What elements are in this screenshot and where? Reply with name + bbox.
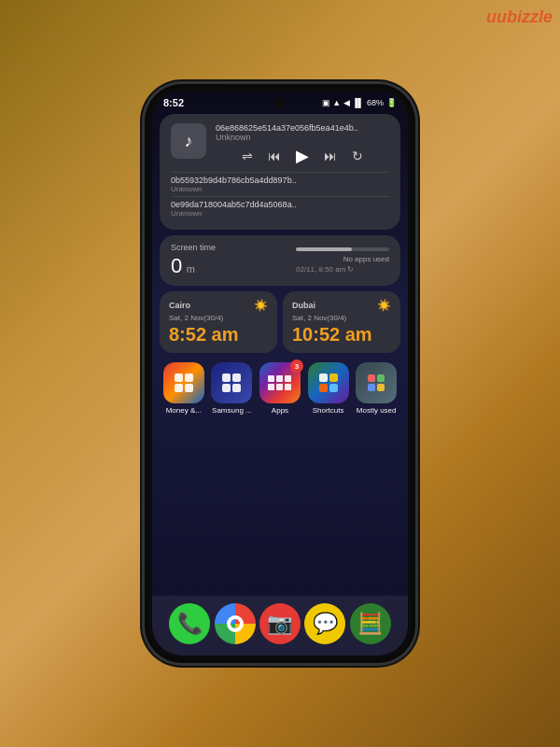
phone-frame: 8:52 ▣ ▲ ◀ ▐▌ 68% 🔋 ♪ 06e868625e514a37e0… xyxy=(145,84,415,663)
track-item-3[interactable]: 0e99da718004ab5c7dd4a5068a.. Unknown xyxy=(171,196,389,220)
prev-button[interactable]: ⏮ xyxy=(268,148,281,163)
music-card: ♪ 06e868625e514a37e056fb5ea41e4b.. Unkno… xyxy=(160,114,400,230)
current-artist: Unknown xyxy=(216,133,389,142)
phone-screen: 8:52 ▣ ▲ ◀ ▐▌ 68% 🔋 ♪ 06e868625e514a37e0… xyxy=(152,92,408,655)
app-apps-badge: 3 xyxy=(290,359,303,373)
app-mostly-icon xyxy=(356,362,397,403)
cairo-date: Sat, 2 Nov(30/4) xyxy=(169,314,268,322)
screen-time-bar xyxy=(296,247,389,251)
clock-dubai: Dubai ☀️ Sat, 2 Nov(30/4) 10:52 am xyxy=(283,291,400,353)
dock: 📞 📷 💬 🧮 xyxy=(152,596,408,655)
clock-city-row-dubai: Dubai ☀️ xyxy=(292,299,391,312)
watermark: uubizzle xyxy=(486,7,553,27)
track-artist-3: Unknown xyxy=(171,209,389,218)
screen-time-unit: m xyxy=(187,263,195,275)
clocks-row: Cairo ☀️ Sat, 2 Nov(30/4) 8:52 am Dubai … xyxy=(160,291,400,353)
app-mostly-label: Mostly used xyxy=(357,406,397,415)
watermark-accent: u xyxy=(486,7,497,26)
current-track: 06e868625e514a37e056fb5ea41e4b.. xyxy=(216,123,389,133)
dubai-time: 10:52 am xyxy=(292,324,391,345)
no-apps-label: No apps used xyxy=(296,255,389,263)
app-money-label: Money &... xyxy=(166,406,202,415)
next-button[interactable]: ⏭ xyxy=(324,148,337,163)
music-header: ♪ 06e868625e514a37e056fb5ea41e4b.. Unkno… xyxy=(171,123,389,166)
dock-calculator[interactable]: 🧮 xyxy=(350,603,391,644)
battery-icon: 🔋 xyxy=(386,98,397,107)
app-shortcuts-icon xyxy=(308,362,349,403)
shuffle-button[interactable]: ⇌ xyxy=(242,148,253,163)
track-name-2: 0b55932b9d4b786cb5a4dd897b.. xyxy=(171,176,389,185)
status-right: ▣ ▲ ◀ ▐▌ 68% 🔋 xyxy=(322,98,397,107)
track-item-2[interactable]: 0b55932b9d4b786cb5a4dd897b.. Unknown xyxy=(171,172,389,196)
dubai-city-name: Dubai xyxy=(292,301,315,310)
screen-time-left: Screen time 0 m xyxy=(171,243,216,278)
app-mostly-wrap xyxy=(356,362,397,403)
track-artist-2: Unknown xyxy=(171,185,389,193)
play-button[interactable]: ▶ xyxy=(296,146,309,166)
cairo-sun-icon: ☀️ xyxy=(254,299,268,312)
clock-cairo: Cairo ☀️ Sat, 2 Nov(30/4) 8:52 am xyxy=(160,291,277,353)
app-apps-wrap: 3 xyxy=(259,362,301,403)
screen-time-bar-fill xyxy=(296,247,352,251)
dubai-date: Sat, 2 Nov(30/4) xyxy=(292,314,391,322)
repeat-button[interactable]: ↻ xyxy=(352,148,363,163)
app-samsung-label: Samsung ... xyxy=(212,406,252,415)
app-shortcuts[interactable]: Shortcuts xyxy=(308,362,349,415)
camera-notch xyxy=(274,97,286,108)
dock-chrome[interactable] xyxy=(215,603,256,644)
cairo-city-name: Cairo xyxy=(169,301,190,310)
cairo-time: 8:52 am xyxy=(169,324,268,345)
status-icons: ▣ ▲ ◀ ▐▌ xyxy=(322,98,364,107)
screen-time-date: 02/11, 8:50 am ↻ xyxy=(296,265,389,274)
app-apps-label: Apps xyxy=(272,406,288,415)
status-time: 8:52 xyxy=(163,97,184,108)
app-samsung[interactable]: Samsung ... xyxy=(211,362,252,415)
battery-level: 68% xyxy=(367,98,384,107)
music-info: 06e868625e514a37e056fb5ea41e4b.. Unknown… xyxy=(216,123,389,166)
app-shortcuts-label: Shortcuts xyxy=(313,406,344,415)
app-mostly-used[interactable]: Mostly used xyxy=(356,362,397,415)
app-money-wrap xyxy=(163,362,204,403)
refresh-icon: ↻ xyxy=(347,265,354,274)
screen-time-label: Screen time xyxy=(171,243,216,252)
dubai-sun-icon: ☀️ xyxy=(377,299,391,312)
screen-time-card: Screen time 0 m No apps used 02/11, 8:50… xyxy=(160,235,400,286)
screen-time-number: 0 xyxy=(171,254,182,277)
dock-messages[interactable]: 💬 xyxy=(304,603,345,644)
dock-phone[interactable]: 📞 xyxy=(169,603,210,644)
app-money[interactable]: Money &... xyxy=(163,362,204,415)
music-controls: ⇌ ⏮ ▶ ⏭ ↻ xyxy=(216,146,389,166)
apps-row: Money &... Samsu xyxy=(160,359,400,418)
main-content: ♪ 06e868625e514a37e056fb5ea41e4b.. Unkno… xyxy=(152,110,408,596)
screen-time-right: No apps used 02/11, 8:50 am ↻ xyxy=(296,247,389,274)
dock-camera[interactable]: 📷 xyxy=(259,603,301,644)
app-samsung-icon xyxy=(211,362,252,403)
app-samsung-wrap xyxy=(211,362,252,403)
app-shortcuts-wrap xyxy=(308,362,349,403)
app-money-icon xyxy=(163,362,204,403)
music-tracks: 0b55932b9d4b786cb5a4dd897b.. Unknown 0e9… xyxy=(171,172,389,220)
screen-time-value: 0 m xyxy=(171,254,216,278)
clock-city-row-cairo: Cairo ☀️ xyxy=(169,299,268,312)
app-apps[interactable]: 3 Apps xyxy=(259,362,301,415)
track-name-3: 0e99da718004ab5c7dd4a5068a.. xyxy=(171,200,389,209)
music-app-icon: ♪ xyxy=(171,123,206,159)
